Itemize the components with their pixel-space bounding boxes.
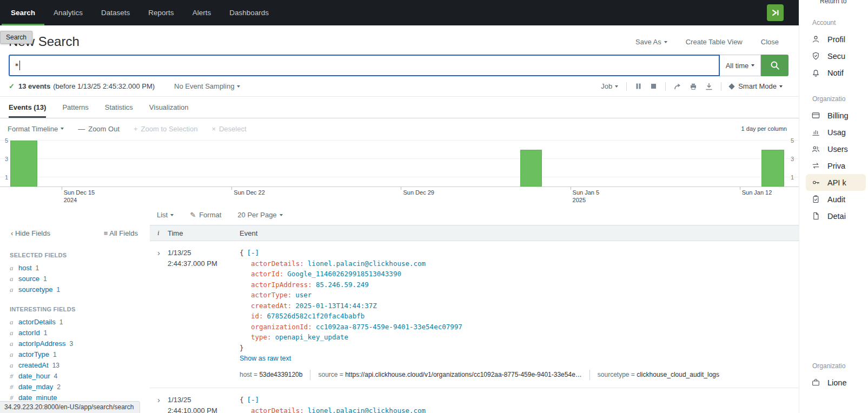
format-results-button[interactable]: ✎Format: [190, 211, 221, 219]
search-mode-selector[interactable]: Smart Mode: [730, 82, 783, 90]
all-fields-button[interactable]: ≡ All Fields: [104, 229, 138, 237]
show-raw-text-link[interactable]: Show as raw text: [240, 354, 291, 364]
search-query-text: *: [15, 62, 19, 70]
collapse-json-link[interactable]: [-]: [247, 396, 260, 404]
zoom-out-button[interactable]: —Zoom Out: [78, 125, 120, 133]
deselect-button[interactable]: ×Deselect: [211, 125, 246, 133]
print-button[interactable]: [690, 83, 697, 90]
nav-item[interactable]: Alerts: [183, 0, 221, 25]
minus-icon: —: [78, 125, 85, 133]
timeline-chart[interactable]: 5 3 1 5 3 1: [0, 139, 799, 186]
download-icon: [705, 83, 713, 90]
field-item[interactable]: a actorId 1: [0, 328, 150, 338]
field-item[interactable]: a actorType 1: [0, 349, 150, 360]
share-job-button[interactable]: [674, 83, 681, 90]
event-time: 2:44:37.000 PM: [168, 258, 240, 269]
side-panel-item[interactable]: Audit: [806, 191, 866, 208]
event-row[interactable]: › 1/13/25 2:44:10.000 PM {[-] actorDetai…: [150, 388, 799, 413]
hide-fields-button[interactable]: ‹ Hide Fields: [11, 229, 50, 237]
side-panel-item[interactable]: Secu: [806, 48, 866, 64]
job-menu[interactable]: Job: [601, 82, 618, 90]
json-value: user: [295, 291, 312, 299]
side-panel-item[interactable]: Usag: [806, 124, 866, 141]
expand-event-icon[interactable]: ›: [150, 395, 168, 413]
list-view-dropdown[interactable]: List: [157, 211, 174, 219]
shield-icon: [811, 51, 820, 61]
search-input[interactable]: *: [9, 55, 720, 76]
json-key: organizationId: [251, 323, 312, 331]
side-panel-item[interactable]: Profil: [806, 31, 866, 48]
format-timeline-dropdown[interactable]: Format Timeline: [8, 125, 64, 133]
details-icon: [811, 211, 820, 221]
field-item[interactable]: # date_mday 2: [0, 382, 150, 392]
side-panel-item[interactable]: API k: [806, 174, 866, 191]
field-item[interactable]: a actorDetails 1: [0, 317, 150, 328]
timeline-axis-tick: [740, 187, 740, 190]
event-row[interactable]: › 1/13/25 2:44:37.000 PM {[-] actorDetai…: [150, 241, 799, 388]
results-tab[interactable]: Patterns: [62, 97, 88, 118]
return-to-link[interactable]: Return to: [820, 0, 868, 5]
audit-icon: [811, 195, 820, 204]
timeline-axis-tick: [571, 187, 571, 190]
side-panel-item[interactable]: Billing: [806, 107, 866, 124]
plus-icon: +: [134, 125, 138, 133]
export-button[interactable]: [705, 83, 713, 90]
nav-item[interactable]: Reports: [139, 0, 183, 25]
create-table-view-button[interactable]: Create Table View: [686, 38, 743, 46]
side-panel-item[interactable]: Lione: [806, 374, 866, 391]
y-axis-label: 3: [5, 156, 8, 162]
event-sampling-dropdown[interactable]: No Event Sampling: [174, 82, 240, 90]
timeline-bar[interactable]: [761, 150, 784, 186]
field-type-prefix: #: [10, 383, 15, 391]
divider: [721, 82, 721, 91]
timeline-plot-area: [0, 139, 799, 186]
caret-down-icon: [237, 85, 240, 88]
timeline-bar[interactable]: [520, 150, 542, 186]
results-tab[interactable]: Events (13): [9, 97, 46, 118]
field-item[interactable]: a createdAt 13: [0, 360, 150, 371]
per-page-dropdown[interactable]: 20 Per Page: [237, 211, 282, 219]
json-fields: actorDetailslionel.palacin@clickhouse.co…: [240, 405, 799, 413]
field-item[interactable]: a sourcetype 1: [0, 284, 150, 295]
event-meta-field[interactable]: host53de4339120b: [240, 370, 310, 381]
nav-item[interactable]: Analytics: [44, 0, 92, 25]
time-range-picker[interactable]: All time: [720, 55, 761, 76]
field-item[interactable]: a source 1: [0, 274, 150, 284]
stop-job-button[interactable]: [650, 83, 657, 90]
json-key: actorDetails: [251, 407, 304, 413]
search-header: New Search Save As Create Table View Clo…: [0, 25, 799, 55]
side-panel-item[interactable]: Notif: [806, 64, 866, 81]
search-button[interactable]: [761, 55, 789, 76]
events-table-header: i Time Event: [150, 225, 799, 241]
json-key: type: [251, 333, 271, 341]
json-value: lionel.palacin@clickhouse.com: [308, 407, 426, 413]
collapse-json-link[interactable]: [-]: [247, 249, 260, 257]
side-panel-item-label: Profil: [827, 35, 845, 44]
event-meta-field[interactable]: sourcehttps://api.clickhouse.cloud/v1/or…: [310, 370, 589, 381]
side-panel-item[interactable]: Detai: [806, 208, 866, 224]
field-type-prefix: a: [10, 350, 15, 359]
save-as-button[interactable]: Save As: [635, 38, 667, 46]
field-item[interactable]: a host 1: [0, 263, 150, 274]
side-panel-item-label: Audit: [827, 195, 845, 204]
pause-job-button[interactable]: [635, 83, 642, 90]
timeline-bar[interactable]: [10, 141, 37, 186]
nav-item[interactable]: Search: [2, 0, 44, 25]
close-button[interactable]: Close: [761, 38, 779, 46]
side-panel-item[interactable]: Priva: [806, 157, 866, 174]
section-label-account: Account: [812, 19, 868, 26]
event-meta-field[interactable]: sourcetypeclickhouse_cloud_audit_logs: [589, 370, 727, 381]
expand-event-icon[interactable]: ›: [150, 248, 168, 380]
nav-item[interactable]: Dashboards: [220, 0, 278, 25]
meta-value: clickhouse_cloud_audit_logs: [637, 371, 719, 378]
zoom-to-selection-button[interactable]: +Zoom to Selection: [134, 125, 197, 133]
field-item[interactable]: # date_hour 4: [0, 371, 150, 382]
results-tab[interactable]: Statistics: [105, 97, 133, 118]
results-tab[interactable]: Visualization: [149, 97, 189, 118]
field-item[interactable]: a actorIpAddress 3: [0, 338, 150, 349]
side-panel-item[interactable]: Users: [806, 141, 866, 157]
app-launcher-icon[interactable]: [767, 4, 784, 21]
user-icon: [811, 35, 820, 44]
json-value: lionel.palacin@clickhouse.com: [308, 259, 426, 268]
nav-item[interactable]: Datasets: [92, 0, 139, 25]
